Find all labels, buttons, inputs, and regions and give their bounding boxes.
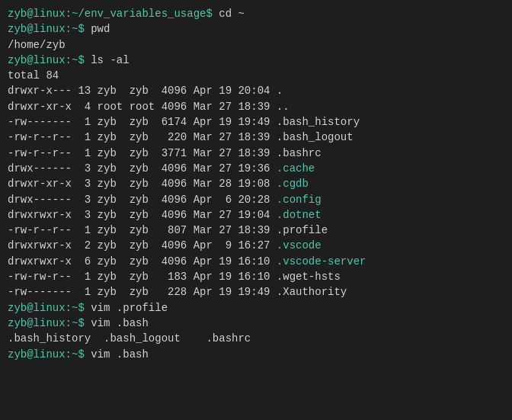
line-5: total 84 [8,68,504,83]
filename-13: .config [277,194,322,206]
line-1: zyb@linux:~/env_variables_usage$ cd ~ [8,6,504,21]
line-3: /home/zyb [8,37,504,53]
output-22: .bash_history .bash_logout .bashrc [8,332,251,345]
output-3: /home/zyb [8,39,66,51]
line-12: drwxr-xr-x 3 zyb zyb 4096 Mar 28 19:08 .… [8,176,504,191]
line-6: drwxr-x--- 13 zyb zyb 4096 Apr 19 20:04 … [8,83,504,98]
line-7: drwxr-xr-x 4 root root 4096 Mar 27 18:39… [8,99,504,114]
output-prefix-14: drwxrwxr-x 3 zyb zyb 4096 Mar 27 19:04 [8,209,277,221]
output-15: -rw-r--r-- 1 zyb zyb 807 Mar 27 18:39 .p… [8,224,328,236]
cmd-21: vim .bash [91,317,149,329]
line-9: -rw-r--r-- 1 zyb zyb 220 Mar 27 18:39 .b… [8,130,504,145]
cmd-2: pwd [91,23,110,35]
line-13: drwx------ 3 zyb zyb 4096 Apr 6 20:28 .c… [8,192,504,207]
line-16: drwxrwxr-x 2 zyb zyb 4096 Apr 9 16:27 .v… [8,238,504,253]
output-prefix-16: drwxrwxr-x 2 zyb zyb 4096 Apr 9 16:27 [8,239,277,252]
line-18: -rw-rw-r-- 1 zyb zyb 183 Apr 19 16:10 .w… [8,269,504,284]
filename-16: .vscode [277,239,322,252]
filename-17: .vscode-server [277,255,366,268]
output-18: -rw-rw-r-- 1 zyb zyb 183 Apr 19 16:10 .w… [8,271,341,283]
output-prefix-13: drwx------ 3 zyb zyb 4096 Apr 6 20:28 [8,194,277,206]
line-23: zyb@linux:~$ vim .bash [8,347,504,362]
line-10: -rw-r--r-- 1 zyb zyb 3771 Mar 27 18:39 .… [8,146,504,161]
line-4: zyb@linux:~$ ls -al [8,53,504,68]
line-20: zyb@linux:~$ vim .profile [8,300,504,316]
terminal[interactable]: zyb@linux:~/env_variables_usage$ cd ~ zy… [0,0,512,420]
line-14: drwxrwxr-x 3 zyb zyb 4096 Mar 27 19:04 .… [8,207,504,223]
cmd-20: vim .profile [91,302,168,314]
filename-12: .cgdb [277,178,309,190]
output-6: drwxr-x--- 13 zyb zyb 4096 Apr 19 20:04 … [8,85,283,97]
line-15: -rw-r--r-- 1 zyb zyb 807 Mar 27 18:39 .p… [8,223,504,238]
output-prefix-11: drwx------ 3 zyb zyb 4096 Mar 27 19:36 [8,162,277,175]
cmd-1: cd ~ [219,8,245,20]
line-19: -rw------- 1 zyb zyb 228 Apr 19 19:49 .X… [8,284,504,300]
cmd-4: ls -al [91,54,129,66]
output-prefix-17: drwxrwxr-x 6 zyb zyb 4096 Apr 19 16:10 [8,255,277,268]
prompt-2: zyb@linux:~$ [8,23,91,35]
filename-11: .cache [277,162,315,175]
output-5: total 84 [8,69,59,82]
cmd-23: vim .bash [91,348,149,361]
prompt-23: zyb@linux:~$ [8,348,91,361]
filename-14: .dotnet [277,209,322,221]
output-8: -rw------- 1 zyb zyb 6174 Apr 19 19:49 .… [8,116,360,128]
line-2: zyb@linux:~$ pwd [8,21,504,37]
line-22: .bash_history .bash_logout .bashrc [8,331,504,346]
output-9: -rw-r--r-- 1 zyb zyb 220 Mar 27 18:39 .b… [8,131,354,143]
prompt-21: zyb@linux:~$ [8,317,91,329]
output-7: drwxr-xr-x 4 root root 4096 Mar 27 18:39… [8,101,290,113]
prompt-1: zyb@linux:~/env_variables_usage$ [8,8,219,20]
line-17: drwxrwxr-x 6 zyb zyb 4096 Apr 19 16:10 .… [8,254,504,269]
prompt-20: zyb@linux:~$ [8,302,91,314]
output-prefix-12: drwxr-xr-x 3 zyb zyb 4096 Mar 28 19:08 [8,178,277,190]
output-10: -rw-r--r-- 1 zyb zyb 3771 Mar 27 18:39 .… [8,147,322,159]
prompt-4: zyb@linux:~$ [8,54,91,66]
line-8: -rw------- 1 zyb zyb 6174 Apr 19 19:49 .… [8,114,504,130]
line-21: zyb@linux:~$ vim .bash [8,316,504,331]
output-19: -rw------- 1 zyb zyb 228 Apr 19 19:49 .X… [8,286,347,298]
line-11: drwx------ 3 zyb zyb 4096 Mar 27 19:36 .… [8,161,504,176]
